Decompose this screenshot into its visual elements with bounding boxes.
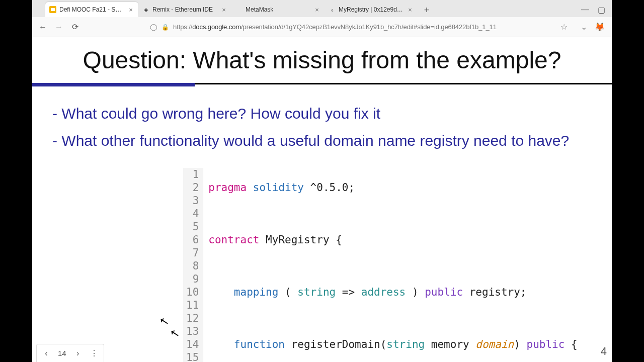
tab-title: MetaMask [246,6,310,13]
slide-title: Question: What's missing from the exampl… [32,41,612,83]
tab-title: Defi MOOC Fa21 - Smart Contr [59,6,124,13]
shield-icon: ◯ [150,23,157,31]
bullet-1: - What could go wrong here? How could yo… [52,102,592,126]
tab-title: MyRegistry | 0x12e9d045dd5cf0 [339,6,404,13]
slides-icon [49,6,56,13]
line-gutter: 1 2 3 4 5 6 7 8 9 10 11 12 13 14 15 [183,168,203,362]
address-bar: ← → ⟳ ◯ 🔒 https://docs.google.com/presen… [32,17,612,37]
remix-icon: ◈ [142,6,149,13]
browser-window: Defi MOOC Fa21 - Smart Contr × ◈ Remix -… [32,0,612,362]
tab-title: Remix - Ethereum IDE [152,6,217,13]
close-icon[interactable]: × [220,6,227,13]
next-slide-button[interactable]: › [71,347,85,360]
slide: Question: What's missing from the exampl… [32,37,612,362]
close-icon[interactable]: × [407,6,414,13]
bullet-2: - What other functionality would a usefu… [52,129,592,153]
lock-icon: 🔒 [162,24,169,31]
tab-strip: Defi MOOC Fa21 - Smart Contr × ◈ Remix -… [32,0,612,17]
url-input[interactable]: ◯ 🔒 https://docs.google.com/presentation… [146,20,572,35]
close-icon[interactable]: × [313,6,320,13]
presenter-toolbar: ‹ 14 › ⋮ [36,344,104,362]
bookmark-star-icon[interactable]: ☆ [560,22,568,32]
minimize-button[interactable]: — [582,6,589,13]
options-menu-button[interactable]: ⋮ [88,347,101,360]
pocket-icon[interactable]: ⌄ [579,22,589,32]
extension-icons: ⌄ 🦊 [577,22,607,32]
slide-viewport: Question: What's missing from the exampl… [32,37,612,362]
tab-metamask[interactable]: MetaMask × [231,2,325,17]
back-button[interactable]: ← [37,22,48,33]
prev-slide-button[interactable]: ‹ [40,347,53,360]
tab-etherscan[interactable]: ⬨ MyRegistry | 0x12e9d045dd5cf0 × [325,2,418,17]
code-block: 1 2 3 4 5 6 7 8 9 10 11 12 13 14 15 prag… [183,168,578,362]
maximize-button[interactable]: ▢ [598,6,605,13]
etherscan-icon: ⬨ [329,6,336,13]
forward-button[interactable]: → [53,22,64,33]
reload-button[interactable]: ⟳ [69,22,80,33]
url-text: https://docs.google.com/presentation/d/1… [173,23,556,31]
slide-counter: 14 [56,349,68,357]
new-tab-button[interactable]: + [420,3,434,17]
title-accent [32,83,195,86]
code-body: pragma solidity ^0.5.0; contract MyRegis… [203,168,577,362]
close-icon[interactable]: × [127,6,134,13]
slide-page-number: 4 [601,345,607,358]
metamask-icon [235,6,243,13]
window-controls: — ▢ [575,2,612,17]
cursor-icon: ↖ [158,314,170,328]
cursor-icon: ↖ [169,326,180,340]
tab-remix[interactable]: ◈ Remix - Ethereum IDE × [138,2,231,17]
bullet-list: - What could go wrong here? How could yo… [32,86,612,153]
tab-slides[interactable]: Defi MOOC Fa21 - Smart Contr × [45,2,138,17]
metamask-ext-icon[interactable]: 🦊 [595,22,605,32]
